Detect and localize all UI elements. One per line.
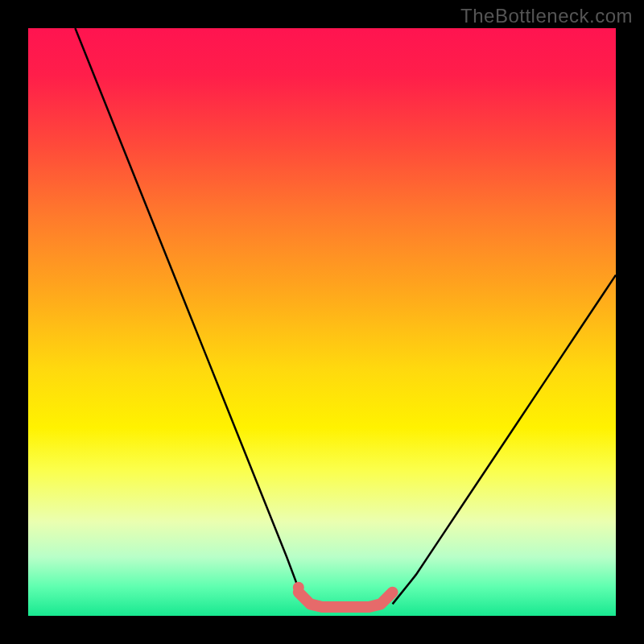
left-curve (75, 28, 304, 604)
curve-layer (28, 28, 616, 616)
trough-marker (299, 592, 393, 607)
plot-area (28, 28, 616, 616)
chart-frame: TheBottleneck.com (0, 0, 644, 644)
right-curve (393, 275, 616, 605)
watermark-text: TheBottleneck.com (460, 5, 633, 27)
trough-dot (293, 582, 304, 593)
